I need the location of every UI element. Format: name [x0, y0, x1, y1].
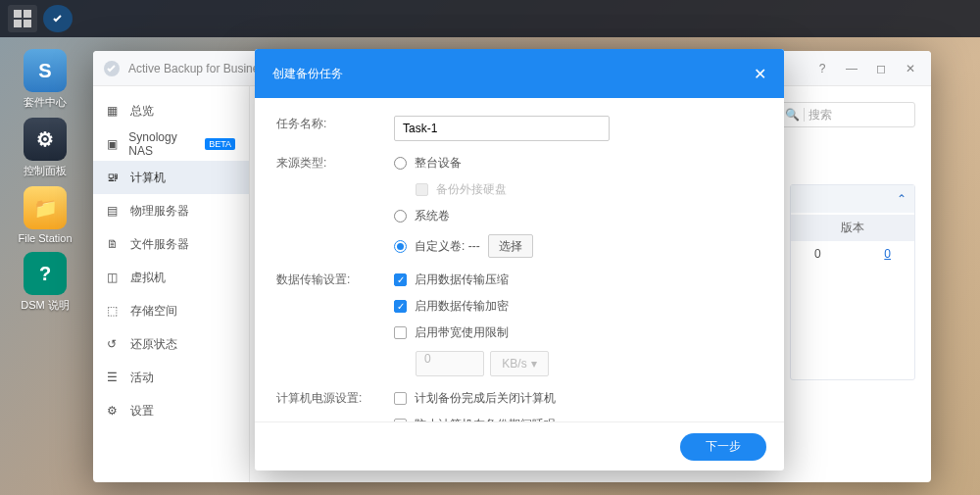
nav-icon: 🗎	[107, 237, 121, 251]
sidebar-item-6[interactable]: ⬚存储空间	[93, 294, 249, 327]
desktop-icon-DSM 说明[interactable]: ?DSM 说明	[16, 252, 74, 313]
version-link[interactable]: 0	[884, 247, 891, 261]
nav-icon: ▤	[107, 204, 121, 218]
nav-icon: ⬚	[107, 304, 121, 318]
nav-label: Synology NAS	[128, 130, 195, 158]
nav-icon: ▣	[107, 137, 119, 151]
bandwidth-unit-select: KB/s▾	[490, 351, 549, 376]
nav-label: 存储空间	[130, 303, 177, 320]
icon-box: S	[24, 49, 67, 92]
modal-header: 创建备份任务 ✕	[255, 49, 784, 98]
desktop-icon-套件中心[interactable]: S套件中心	[16, 49, 74, 110]
nav-icon: ☰	[107, 371, 121, 384]
close-button[interactable]: ✕	[900, 58, 921, 79]
radio-label: 自定义卷: ---	[415, 238, 480, 255]
check-bandwidth[interactable]: 启用带宽使用限制	[394, 324, 762, 341]
check-label: 启用数据传输加密	[415, 298, 509, 315]
help-button[interactable]: ?	[811, 58, 833, 79]
next-button[interactable]: 下一步	[680, 433, 766, 461]
shield-icon	[103, 60, 121, 77]
icon-label: 套件中心	[24, 95, 67, 110]
nav-label: 活动	[130, 370, 154, 386]
nav-icon: 🖳	[107, 171, 121, 184]
select-button[interactable]: 选择	[488, 234, 533, 258]
check-encrypt[interactable]: ✓启用数据传输加密	[394, 298, 762, 315]
check-compress[interactable]: ✓启用数据传输压缩	[394, 272, 762, 288]
create-task-modal: 创建备份任务 ✕ 任务名称: 来源类型: 整台设备 备份外接硬盘 系统卷 自定义…	[255, 49, 784, 470]
sidebar-item-4[interactable]: 🗎文件服务器	[93, 227, 249, 261]
sidebar-item-2[interactable]: 🖳计算机	[93, 161, 249, 194]
sidebar-item-8[interactable]: ☰活动	[93, 361, 249, 394]
bandwidth-input: 0	[416, 351, 484, 376]
sidebar-item-7[interactable]: ↺还原状态	[93, 327, 249, 361]
sidebar-item-0[interactable]: ▦总览	[93, 94, 249, 127]
power-label: 计算机电源设置:	[276, 390, 394, 421]
nav-label: 文件服务器	[130, 236, 189, 253]
icon-label: DSM 说明	[21, 298, 70, 313]
check-shutdown[interactable]: 计划备份完成后关闭计算机	[394, 390, 762, 407]
beta-badge: BETA	[205, 138, 235, 150]
radio-whole-device[interactable]: 整台设备	[394, 155, 762, 172]
desktop-icon-控制面板[interactable]: ⚙控制面板	[16, 118, 74, 178]
modal-footer: 下一步	[255, 421, 784, 470]
desktop-icons: S套件中心⚙控制面板📁File Station?DSM 说明	[16, 49, 74, 313]
check-label: 启用带宽使用限制	[415, 324, 509, 341]
modal-body: 任务名称: 来源类型: 整台设备 备份外接硬盘 系统卷 自定义卷: --- 选择…	[255, 98, 784, 421]
sidebar-item-1[interactable]: ▣Synology NASBETA	[93, 127, 249, 161]
nav-icon: ↺	[107, 337, 121, 351]
icon-box: ⚙	[24, 118, 67, 161]
check-label: 计划备份完成后关闭计算机	[415, 390, 556, 407]
radio-label: 整台设备	[415, 155, 462, 172]
chevron-up-icon[interactable]: ⌃	[897, 192, 906, 206]
side-panel: ⌃ 版本 0 0	[790, 184, 915, 380]
sidebar-item-5[interactable]: ◫虚拟机	[93, 261, 249, 294]
chevron-down-icon: ▾	[531, 357, 537, 371]
sidebar: ▦总览▣Synology NASBETA🖳计算机▤物理服务器🗎文件服务器◫虚拟机…	[93, 86, 250, 482]
icon-label: File Station	[18, 232, 72, 244]
check-label: 备份外接硬盘	[436, 181, 507, 198]
search-input[interactable]: 🔍 搜索	[778, 102, 915, 127]
desktop-icon-File Station[interactable]: 📁File Station	[16, 186, 74, 244]
nav-label: 计算机	[130, 170, 166, 186]
close-icon[interactable]: ✕	[754, 65, 766, 83]
minimize-button[interactable]: —	[841, 58, 862, 79]
version-header: 版本	[791, 215, 914, 241]
radio-custom-volume[interactable]: 自定义卷: --- 选择	[394, 234, 762, 258]
apps-grid-button[interactable]	[8, 5, 37, 32]
task-name-label: 任务名称:	[276, 116, 394, 141]
task-name-input[interactable]	[394, 116, 610, 141]
version-count: 0	[814, 247, 821, 261]
radio-label: 系统卷	[415, 208, 450, 224]
nav-label: 总览	[130, 103, 154, 120]
modal-title: 创建备份任务	[272, 66, 343, 82]
search-icon: 🔍	[785, 108, 800, 122]
taskbar	[0, 0, 980, 37]
radio-system-volume[interactable]: 系统卷	[394, 208, 762, 224]
version-row: 0 0	[791, 241, 914, 267]
nav-icon: ◫	[107, 271, 121, 284]
nav-icon: ⚙	[107, 404, 121, 418]
check-label: 启用数据传输压缩	[415, 272, 509, 288]
taskbar-app-icon[interactable]	[43, 5, 73, 32]
icon-box: ?	[24, 252, 67, 295]
icon-label: 控制面板	[24, 164, 67, 178]
nav-icon: ▦	[107, 104, 121, 118]
app-title: Active Backup for Business	[128, 62, 270, 75]
sidebar-item-9[interactable]: ⚙设置	[93, 394, 249, 427]
sidebar-item-3[interactable]: ▤物理服务器	[93, 194, 249, 227]
icon-box: 📁	[24, 186, 67, 229]
check-external-disk: 备份外接硬盘	[416, 181, 762, 198]
maximize-button[interactable]: ◻	[870, 58, 892, 79]
transfer-label: 数据传输设置:	[276, 272, 394, 376]
nav-label: 还原状态	[130, 336, 177, 353]
nav-label: 设置	[130, 403, 154, 420]
nav-label: 虚拟机	[130, 270, 166, 286]
source-label: 来源类型:	[276, 155, 394, 258]
nav-label: 物理服务器	[130, 203, 189, 220]
search-placeholder: 搜索	[808, 107, 832, 124]
